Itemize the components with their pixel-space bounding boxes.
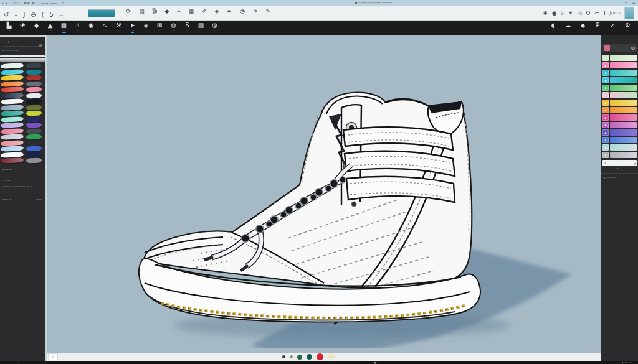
gradient-row[interactable]: ▪: [602, 137, 637, 143]
brush-swatch[interactable]: [1, 68, 24, 75]
brush-swatch[interactable]: [26, 123, 42, 128]
swatch-chip-icon[interactable]: [604, 45, 610, 51]
tool-icon[interactable]: –: [14, 11, 17, 18]
brush-swatch[interactable]: [1, 86, 24, 93]
status-dot[interactable]: [282, 355, 285, 358]
footer-more[interactable]: ·: [636, 176, 636, 179]
view-option-icon[interactable]: ●: [552, 10, 557, 16]
status-chip[interactable]: ▫: [48, 353, 58, 360]
brush-tool-item[interactable]: ❀·····: [16, 22, 29, 33]
tool-group[interactable]: ▤···: [139, 9, 145, 17]
status-dot[interactable]: [290, 355, 293, 358]
tool-group[interactable]: ✒····: [227, 9, 232, 17]
tool-icon[interactable]: ⌣: [59, 11, 64, 18]
panel-settings-icon[interactable]: ⊕: [38, 42, 42, 48]
color-preview-chip[interactable]: [88, 9, 115, 17]
panel-tool-item[interactable]: ◖···: [546, 22, 560, 32]
brush-tool-item[interactable]: ◉····: [85, 22, 98, 33]
gradient-row[interactable]: ▪: [602, 122, 637, 128]
brush-swatch[interactable]: [26, 128, 42, 134]
tool-icon[interactable]: ↺: [4, 11, 9, 18]
view-option-icon[interactable]: O: [586, 10, 591, 16]
gradient-row[interactable]: ▪: [602, 100, 637, 106]
brush-swatch[interactable]: [1, 139, 24, 146]
brush-tool-item[interactable]: ▦·····: [57, 22, 70, 33]
minimize-button[interactable]: –: [625, 0, 627, 4]
tool-group[interactable]: ✎···: [266, 9, 271, 17]
gradient-row[interactable]: ▪: [602, 70, 637, 76]
brush-tool-item[interactable]: ✉·····: [153, 22, 166, 33]
gradient-row[interactable]: ▪: [602, 85, 637, 91]
brush-swatch[interactable]: [1, 110, 24, 116]
view-option-icon[interactable]: ♭: [561, 10, 564, 16]
tool-group[interactable]: ◆····: [165, 9, 169, 17]
status-dot[interactable]: [317, 353, 323, 360]
brush-tool-item[interactable]: ▲····: [44, 22, 57, 33]
gradient-row[interactable]: ▪: [602, 107, 637, 113]
brush-swatch[interactable]: [1, 157, 24, 164]
gradient-row[interactable]: ▪: [602, 129, 637, 136]
brush-swatch[interactable]: [26, 152, 42, 157]
status-dot[interactable]: [297, 355, 302, 360]
tool-icon[interactable]: (: [42, 11, 44, 18]
scroll-arrows[interactable]: ⌃ ⌄: [601, 166, 638, 172]
brush-tool-item[interactable]: ◆···: [30, 22, 43, 33]
panel-tool-item[interactable]: ☁····: [561, 22, 575, 32]
brush-tool-item[interactable]: ➤····: [126, 22, 139, 33]
brush-tool-item[interactable]: ◈···: [140, 22, 153, 33]
brush-swatch[interactable]: [26, 75, 42, 81]
menu-item[interactable]: ‹ ›: [2, 1, 8, 5]
history-icon[interactable]: ⟲: [603, 176, 606, 179]
tool-group[interactable]: ≋···: [253, 9, 258, 17]
brush-size-label[interactable]: —— ···· ⌄: [2, 198, 16, 201]
gradient-row[interactable]: ▪: [602, 152, 637, 158]
brush-swatch[interactable]: [1, 128, 24, 134]
brush-tool-item[interactable]: ▙····: [2, 22, 16, 33]
brush-swatch[interactable]: [26, 116, 42, 122]
tool-group[interactable]: ⌖··: [178, 9, 181, 17]
gradient-row[interactable]: ▪: [602, 144, 637, 151]
gradient-row[interactable]: ▪: [602, 92, 637, 98]
brush-swatch[interactable]: [26, 158, 42, 164]
brush-swatch[interactable]: [1, 63, 24, 69]
brush-swatch[interactable]: [26, 93, 42, 98]
brush-swatch[interactable]: [1, 151, 24, 157]
tool-icon[interactable]: ⊖: [31, 11, 36, 18]
view-option-icon[interactable]: ◅: [578, 10, 582, 16]
tool-icon[interactable]: 5: [50, 11, 54, 18]
tool-group[interactable]: ✐··: [202, 9, 207, 17]
panel-tool-item[interactable]: ✓···: [606, 22, 620, 32]
brush-swatch[interactable]: [26, 105, 42, 110]
tool-group[interactable]: ▦·····: [189, 9, 194, 17]
menu-item[interactable]: ≡≡ ≡·: [24, 1, 37, 5]
document-canvas[interactable]: ▫: [45, 35, 601, 361]
refresh-icon[interactable]: ⟲: [631, 45, 635, 51]
gradient-row[interactable]: ▪: [602, 114, 637, 121]
brush-swatch[interactable]: [1, 134, 24, 140]
view-option-icon[interactable]: I: [604, 10, 606, 16]
brush-swatch[interactable]: [1, 104, 24, 110]
brush-swatch[interactable]: [26, 69, 42, 75]
menu-item[interactable]: ·⌥·: [12, 1, 20, 5]
panel-tool-item[interactable]: P··: [591, 22, 605, 32]
brush-tool-item[interactable]: ◎···: [208, 22, 221, 33]
brush-swatch[interactable]: [1, 75, 24, 81]
brush-swatch[interactable]: [1, 92, 24, 98]
brush-swatch[interactable]: [26, 134, 42, 140]
tool-icon[interactable]: J: [23, 11, 25, 18]
foreground-color-chip[interactable]: [624, 7, 634, 19]
brush-tool-item[interactable]: ∿·····: [98, 22, 112, 33]
status-dot[interactable]: [307, 354, 312, 360]
menu-item[interactable]: —— ——: [41, 1, 58, 5]
gradient-row[interactable]: ▪: [602, 62, 637, 68]
brush-swatch[interactable]: [26, 111, 42, 116]
brush-swatch[interactable]: [26, 140, 42, 146]
brush-swatch[interactable]: [26, 81, 42, 86]
view-option-icon[interactable]: ✦: [568, 10, 573, 16]
brush-tool-item[interactable]: ▤····: [194, 22, 207, 33]
brush-tool-item[interactable]: ⚒···: [112, 22, 125, 33]
brush-swatch[interactable]: [26, 63, 42, 69]
brush-swatch[interactable]: [26, 87, 42, 93]
tool-group[interactable]: ◔··: [240, 9, 245, 17]
panel-tool-item[interactable]: ◆·····: [576, 22, 590, 32]
